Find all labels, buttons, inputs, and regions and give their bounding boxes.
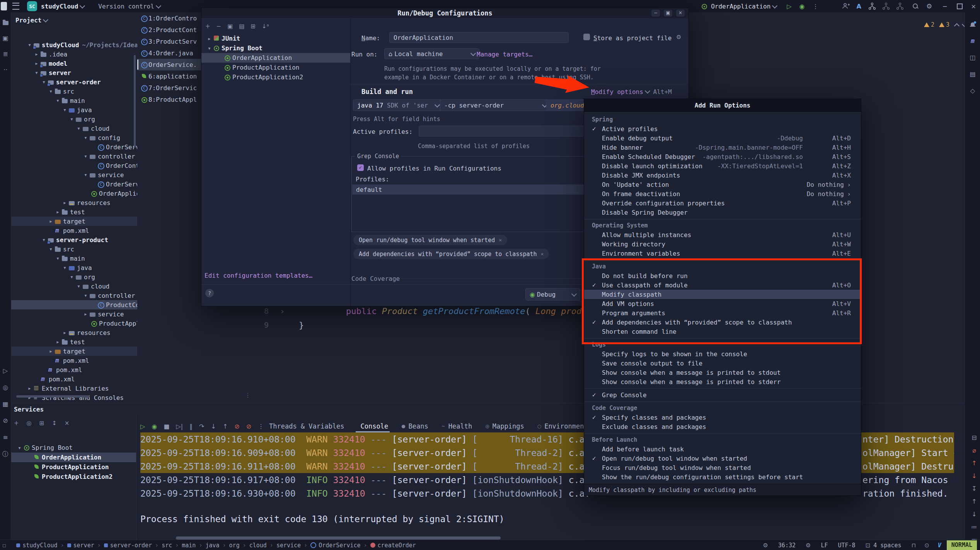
editor-tab[interactable]: 7:OrderServic	[137, 82, 201, 94]
mute-breakpoints-icon[interactable]: ⊘	[234, 423, 239, 430]
dialog-close[interactable]: ×	[676, 10, 685, 17]
indent-setting[interactable]: 4 spaces	[873, 542, 901, 549]
config-row[interactable]: Spring Boot	[201, 43, 350, 53]
tree-row[interactable]: cloud	[11, 282, 137, 291]
copy-config-icon[interactable]: ▣	[227, 23, 233, 30]
menu-item[interactable]: Disable JMX endpoints Alt+X	[584, 171, 861, 180]
structure-tool-icon[interactable]: ≣	[3, 50, 8, 58]
menu-item[interactable]: Show the run/debug configuration setting…	[584, 472, 861, 482]
dialog-minimize[interactable]: −	[651, 10, 660, 17]
tree-chevron-icon[interactable]	[82, 172, 89, 178]
manage-targets-link[interactable]: Manage targets…	[477, 51, 533, 58]
branch-icon[interactable]	[868, 2, 876, 10]
window-minimize[interactable]: −	[942, 3, 947, 10]
tree-chevron-icon[interactable]	[55, 98, 61, 103]
menu-item[interactable]	[584, 431, 861, 435]
console-tab[interactable]: ○ Environment	[537, 420, 588, 432]
prev-problem-icon[interactable]	[954, 23, 960, 29]
breadcrumb-item[interactable]: › OrderService	[301, 542, 360, 549]
open-each-icon[interactable]: ⊞	[39, 420, 44, 427]
tree-row[interactable]: model	[11, 59, 137, 68]
tree-chevron-icon[interactable]	[26, 42, 33, 48]
console-tab[interactable]: Console	[357, 420, 388, 432]
todo-tool-icon[interactable]: ⓘ	[2, 450, 9, 458]
tree-row[interactable]: java	[11, 263, 137, 272]
tree-chevron-icon[interactable]	[48, 246, 54, 252]
breadcrumb-item[interactable]: › org	[220, 542, 240, 549]
menu-item[interactable]: Operating System	[584, 221, 861, 230]
menu-item[interactable]: Exclude classes and packages	[584, 422, 861, 431]
name-input[interactable]: OrderApplication	[389, 32, 569, 43]
tree-row[interactable]: resources	[11, 198, 137, 207]
tree-chevron-icon[interactable]	[33, 61, 40, 66]
tree-row[interactable]: test	[11, 207, 137, 217]
tree-row[interactable]: server-order	[11, 77, 137, 87]
tree-row[interactable]: OrderApplicat	[11, 189, 137, 198]
step-out-icon[interactable]: ↑	[223, 423, 228, 430]
breadcrumb-item[interactable]: › main	[172, 542, 196, 549]
breadcrumb-item[interactable]: › java	[196, 542, 219, 549]
tree-chevron-icon[interactable]	[48, 89, 54, 94]
config-row[interactable]: JUnit	[201, 34, 350, 43]
tree-row[interactable]: External Libraries	[11, 384, 137, 393]
menu-item[interactable]: Show console when a message is printed t…	[584, 368, 861, 377]
window-close[interactable]: ×	[971, 3, 976, 10]
ideavim-icon[interactable]: V	[938, 542, 941, 549]
tree-row[interactable]: pom.xml	[11, 226, 137, 235]
menu-item[interactable]: Environment variables Alt+E	[584, 249, 861, 258]
tree-chevron-icon[interactable]	[55, 339, 61, 345]
dialog-maximize[interactable]: ▣	[664, 10, 672, 17]
edit-templates-link[interactable]: Edit configuration templates…	[205, 272, 312, 279]
menu-item[interactable]: Allow multiple instances Alt+U	[584, 230, 861, 239]
menu-item[interactable]: ✓ Open run/debug tool window when starte…	[584, 454, 861, 463]
tree-chevron-icon[interactable]	[82, 154, 89, 159]
search-icon[interactable]	[912, 3, 919, 9]
console-horizontal-scrollbar[interactable]	[176, 536, 501, 540]
tree-row[interactable]: resources	[11, 328, 137, 337]
tree-row[interactable]: OrderService	[11, 142, 137, 152]
tree-row[interactable]: OrderService	[11, 179, 137, 189]
more-icon[interactable]: ⋮	[258, 423, 264, 430]
tree-chevron-icon[interactable]	[55, 209, 61, 215]
tree-row[interactable]: test	[11, 337, 137, 347]
branch-icon[interactable]	[882, 2, 890, 10]
menu-item[interactable]: Spring	[584, 115, 861, 124]
tree-chevron-icon[interactable]	[82, 135, 89, 140]
tree-row[interactable]: main	[11, 254, 137, 263]
service-row[interactable]: Spring Boot	[11, 443, 136, 453]
stop-icon[interactable]: ■	[164, 423, 169, 430]
config-row[interactable]: OrderApplication	[201, 53, 350, 63]
store-as-project-file-checkbox[interactable]	[583, 34, 590, 40]
tree-row[interactable]: main	[11, 96, 137, 105]
gradle-tool-icon[interactable]: ◫	[970, 54, 975, 61]
chip-remove-icon[interactable]: ×	[541, 251, 544, 257]
tree-row[interactable]: src	[11, 87, 137, 96]
tree-row[interactable]: cloud	[11, 124, 137, 133]
tree-chevron-icon[interactable]	[61, 200, 68, 205]
tree-chevron-icon[interactable]	[26, 386, 33, 391]
menu-item[interactable]: Specify logs to be shown in the console	[584, 349, 861, 359]
tree-row[interactable]: studyCloud ~/Projects/IdeaP	[11, 40, 137, 50]
tree-row[interactable]: pom.xml	[11, 356, 137, 365]
fold-arrow-icon[interactable]: ›	[269, 306, 296, 316]
rerun-icon[interactable]: ▷	[140, 423, 145, 430]
tree-row[interactable]: ProductApplic	[11, 319, 137, 328]
soft-wrap-icon[interactable]: ⌀	[972, 447, 976, 454]
code-line-9[interactable]: 9 }	[253, 318, 304, 332]
editor-tab[interactable]: 6:application	[137, 70, 201, 82]
tree-chevron-icon[interactable]	[41, 79, 47, 85]
editor-tab[interactable]: 4:Order.java	[137, 47, 201, 59]
next-occurrence-icon[interactable]: ↓	[971, 511, 977, 518]
window-maximize[interactable]	[957, 3, 963, 9]
pause-icon[interactable]: ‖	[189, 423, 193, 430]
tree-chevron-icon[interactable]	[75, 126, 82, 131]
breadcrumb-item[interactable]: › server	[57, 542, 94, 549]
step-over-icon[interactable]: ↷	[199, 423, 204, 430]
branch-icon[interactable]	[896, 2, 904, 10]
breadcrumb-item[interactable]: › service	[267, 542, 301, 549]
more-actions-icon[interactable]: ⋮	[813, 3, 819, 10]
menu-item[interactable]: ✓ Grep Console	[584, 390, 861, 400]
scroll-up-icon[interactable]: ↑	[971, 459, 977, 467]
tree-chevron-icon[interactable]	[206, 36, 213, 41]
dependencies-tool-icon[interactable]: ◇	[970, 87, 975, 94]
